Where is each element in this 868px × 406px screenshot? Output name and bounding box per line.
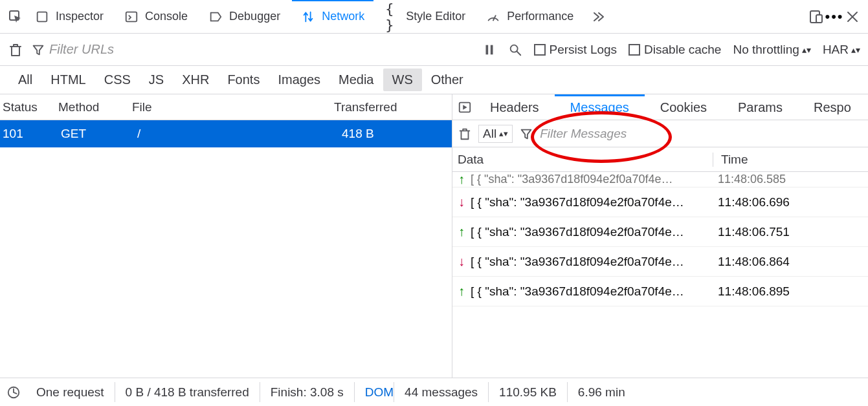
disable-cache-checkbox[interactable]: Disable cache [629, 43, 721, 57]
status-msg-count: 44 messages [394, 382, 489, 401]
message-row[interactable]: ↓[ { "sha": "3a9367d18f094e2f0a70f4e…11:… [452, 247, 868, 277]
chip-media[interactable]: Media [329, 69, 383, 91]
debugger-icon [208, 10, 223, 24]
chip-fonts[interactable]: Fonts [218, 69, 269, 91]
close-icon[interactable] [845, 9, 860, 25]
svg-rect-4 [816, 15, 822, 23]
chip-css[interactable]: CSS [95, 69, 140, 91]
tab-label: Debugger [229, 10, 280, 23]
chip-js[interactable]: JS [140, 69, 173, 91]
request-details: Headers Messages Cookies Params Respo ▼ … [452, 94, 868, 378]
status-size: 110.95 KB [489, 382, 568, 401]
tab-label: Console [145, 10, 188, 23]
dtab-response[interactable]: Respo [798, 94, 867, 120]
svg-point-7 [510, 45, 517, 52]
chip-ws[interactable]: WS [383, 69, 422, 91]
network-toolbar: Persist Logs Disable cache No throttling… [0, 34, 868, 66]
direction-up-icon: ↑ [452, 172, 471, 187]
sort-icon: ▴▾ [851, 45, 860, 55]
chip-images[interactable]: Images [269, 69, 329, 91]
tab-performance[interactable]: Performance [477, 0, 583, 33]
pause-icon[interactable] [482, 43, 496, 57]
col-status[interactable]: Status [3, 100, 58, 114]
svg-rect-5 [485, 45, 488, 54]
svg-rect-6 [490, 45, 493, 54]
tab-network[interactable]: Network [292, 0, 373, 32]
network-statusbar: One request 0 B / 418 B transferred Fini… [0, 378, 868, 406]
dtab-headers[interactable]: Headers [474, 94, 555, 120]
clear-messages-icon[interactable] [458, 127, 472, 141]
messages-header: Data Time [452, 147, 868, 172]
chip-xhr[interactable]: XHR [173, 69, 218, 91]
kebab-menu-icon[interactable]: ••• [827, 9, 842, 25]
performance-icon [486, 10, 500, 24]
svg-rect-1 [38, 12, 47, 21]
message-row[interactable]: ↑[ { "sha": "3a9367d18f094e2f0a70f4e…11:… [452, 172, 868, 187]
tab-debugger[interactable]: Debugger [199, 0, 289, 33]
checkbox-icon [629, 44, 640, 56]
overflow-tabs-icon[interactable] [590, 9, 606, 25]
col-data[interactable]: Data [455, 153, 713, 167]
chip-all[interactable]: All [9, 69, 41, 91]
select-label: No throttling [733, 43, 799, 57]
col-file[interactable]: File [132, 100, 334, 114]
col-time[interactable]: Time [713, 153, 868, 167]
request-list: Status Method File Transferred 101 GET /… [0, 94, 452, 378]
tab-label: Style Editor [406, 10, 465, 23]
message-time: 11:48:06.895 [710, 284, 790, 299]
svg-rect-2 [126, 12, 137, 21]
chip-other[interactable]: Other [422, 69, 473, 91]
dtab-params[interactable]: Params [722, 94, 798, 120]
message-row[interactable]: ↓[ { "sha": "3a9367d18f094e2f0a70f4e…11:… [452, 187, 868, 217]
messages-toolbar: All ▴▾ [452, 120, 868, 147]
col-transferred[interactable]: Transferred [334, 100, 444, 114]
message-time: 11:48:06.696 [710, 195, 790, 209]
responsive-design-icon[interactable] [808, 9, 824, 25]
search-icon[interactable] [508, 43, 522, 57]
cell-transferred: 418 B [342, 127, 452, 141]
request-row[interactable]: 101 GET / 418 B [0, 120, 452, 147]
messages-direction-select[interactable]: All ▴▾ [478, 125, 513, 143]
sort-icon: ▴▾ [499, 129, 508, 138]
message-time: 11:48:06.585 [710, 173, 786, 186]
filter-icon [31, 43, 45, 57]
inspect-node-icon[interactable] [8, 9, 23, 25]
message-time: 11:48:06.864 [710, 255, 790, 269]
message-time: 11:48:06.751 [710, 225, 790, 239]
filter-urls[interactable] [31, 42, 140, 57]
toggle-raw-icon[interactable] [458, 100, 472, 114]
detail-tabs: Headers Messages Cookies Params Respo ▼ [452, 94, 868, 120]
message-data: [ { "sha": "3a9367d18f094e2f0a70f4e… [471, 225, 710, 239]
status-dom: DOM [355, 382, 394, 401]
checkbox-label: Persist Logs [550, 43, 618, 57]
filter-messages-input[interactable] [540, 127, 868, 141]
tab-label: Network [322, 10, 364, 23]
direction-down-icon: ↓ [452, 195, 471, 209]
tab-console[interactable]: Console [115, 0, 197, 33]
throttling-select[interactable]: No throttling ▴▾ [733, 43, 810, 57]
clear-icon[interactable] [8, 42, 23, 58]
message-row[interactable]: ↑[ { "sha": "3a9367d18f094e2f0a70f4e…11:… [452, 277, 868, 306]
tab-style-editor[interactable]: { } Style Editor [376, 0, 474, 33]
sort-icon: ▴▾ [802, 45, 811, 55]
messages-table: Data Time ↑[ { "sha": "3a9367d18f094e2f0… [452, 147, 868, 378]
dtab-cookies[interactable]: Cookies [645, 94, 722, 120]
persist-logs-checkbox[interactable]: Persist Logs [534, 43, 618, 57]
message-data: [ { "sha": "3a9367d18f094e2f0a70f4e… [471, 173, 710, 186]
style-editor-icon: { } [385, 10, 399, 24]
message-row[interactable]: ↑[ { "sha": "3a9367d18f094e2f0a70f4e…11:… [452, 217, 868, 247]
request-list-header: Status Method File Transferred [0, 94, 452, 120]
tab-inspector[interactable]: Inspector [26, 0, 113, 33]
perf-analysis-icon[interactable] [6, 385, 21, 400]
cell-method: GET [61, 127, 135, 141]
col-method[interactable]: Method [58, 100, 132, 114]
har-select[interactable]: HAR ▴▾ [823, 43, 860, 57]
tab-label: Inspector [56, 10, 104, 23]
cell-status: 101 [3, 127, 58, 141]
direction-up-icon: ↑ [452, 284, 471, 299]
checkbox-label: Disable cache [644, 43, 721, 57]
message-data: [ { "sha": "3a9367d18f094e2f0a70f4e… [471, 195, 710, 209]
chip-html[interactable]: HTML [41, 69, 95, 91]
dtab-messages[interactable]: Messages [555, 94, 645, 120]
filter-urls-input[interactable] [49, 42, 140, 57]
